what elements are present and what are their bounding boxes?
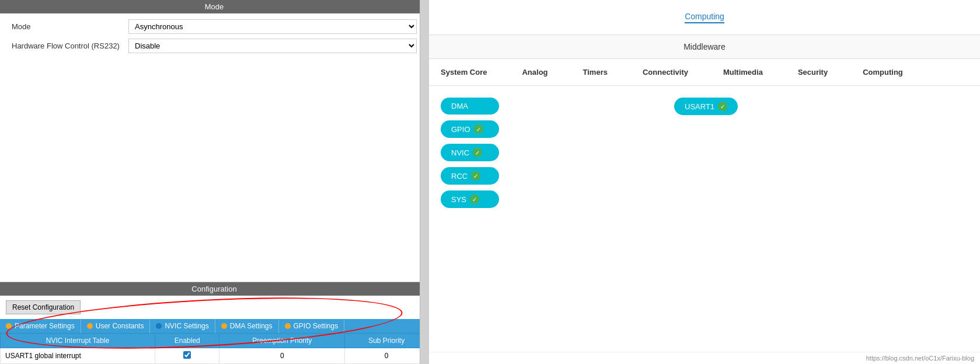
cat-computing[interactable]: Computing — [863, 68, 903, 77]
system-core-column: DMA GPIO ✓ NVIC ✓ RCC ✓ SYS ✓ — [441, 98, 499, 340]
gpio-check-icon: ✓ — [474, 124, 483, 134]
nvic-col-preemption: Preemption Priority — [219, 334, 345, 348]
flow-label: Hardware Flow Control (RS232) — [12, 41, 128, 50]
tab-label-nvic: NVIC Settings — [165, 322, 208, 330]
left-panel: Mode Mode Asynchronous Hardware Flow Con… — [0, 0, 429, 364]
nvic-col-enabled: Enabled — [155, 334, 219, 348]
tab-gpio-settings[interactable]: GPIO Settings — [279, 319, 345, 333]
cat-connectivity[interactable]: Connectivity — [643, 68, 688, 77]
nvic-enabled-checkbox[interactable] — [183, 351, 191, 359]
mode-section: Mode Asynchronous Hardware Flow Control … — [0, 13, 428, 64]
nvic-table: NVIC Interrupt Table Enabled Preemption … — [0, 333, 428, 364]
sys-label: SYS — [451, 195, 466, 204]
gpio-button[interactable]: GPIO ✓ — [441, 120, 499, 138]
mode-row: Mode Asynchronous — [12, 19, 417, 34]
nvic-col-name: NVIC Interrupt Table — [1, 334, 155, 348]
sys-check-icon: ✓ — [470, 195, 479, 204]
mode-select[interactable]: Asynchronous — [128, 19, 417, 34]
config-section: Configuration Reset Configuration Parame… — [0, 282, 428, 364]
nvic-button[interactable]: NVIC ✓ — [441, 144, 499, 161]
nvic-preemption-value: 0 — [219, 348, 345, 364]
scroll-bar[interactable] — [420, 0, 428, 364]
mode-header: Mode — [0, 0, 428, 13]
tab-label-user: User Constants — [96, 322, 144, 330]
config-header: Configuration — [0, 282, 428, 296]
peripherals-area: DMA GPIO ✓ NVIC ✓ RCC ✓ SYS ✓ — [429, 86, 980, 352]
sys-button[interactable]: SYS ✓ — [441, 190, 499, 208]
tab-label-gpio: GPIO Settings — [294, 322, 339, 330]
rcc-button[interactable]: RCC ✓ — [441, 167, 499, 185]
usart1-label: USART1 — [685, 102, 714, 111]
tab-label-dma: DMA Settings — [230, 322, 273, 330]
usart1-button[interactable]: USART1 ✓ — [674, 98, 738, 115]
dma-label: DMA — [451, 102, 468, 110]
tab-user-constants[interactable]: User Constants — [81, 319, 151, 333]
tab-dma-settings[interactable]: DMA Settings — [215, 319, 279, 333]
usart1-check-icon: ✓ — [718, 102, 727, 111]
tab-dot-dma — [221, 323, 227, 329]
mode-label: Mode — [12, 22, 128, 31]
nvic-label: NVIC — [451, 148, 469, 157]
dma-button[interactable]: DMA — [441, 98, 499, 115]
nvic-check-icon: ✓ — [473, 148, 482, 157]
nvic-col-sub: Sub Priority — [345, 334, 428, 348]
categories-row: System Core Analog Timers Connectivity M… — [429, 59, 980, 86]
timers-column — [592, 98, 627, 340]
rcc-check-icon: ✓ — [471, 171, 480, 181]
middleware-bar: Middleware — [429, 35, 980, 59]
spacer — [0, 64, 428, 282]
connectivity-column: USART1 ✓ — [674, 98, 738, 340]
cat-analog[interactable]: Analog — [522, 68, 547, 77]
bottom-url: https://blog.csdn.net/oC1x/Farixu-blog — [429, 352, 980, 364]
tab-label-parameter: Parameter Settings — [15, 322, 75, 330]
tab-dot-gpio — [285, 323, 291, 329]
tab-dot-user — [87, 323, 93, 329]
tab-nvic-settings[interactable]: NVIC Settings — [150, 319, 215, 333]
analog-column — [522, 98, 569, 340]
tab-dot-nvic — [156, 323, 162, 329]
table-row: USART1 global interrupt 0 0 — [1, 348, 428, 364]
nvic-enabled-cell[interactable] — [155, 348, 219, 364]
rcc-label: RCC — [451, 172, 468, 181]
computing-link[interactable]: Computing — [685, 12, 724, 23]
nvic-interrupt-name: USART1 global interrupt — [1, 348, 155, 364]
tabs-row: Parameter Settings User Constants NVIC S… — [0, 319, 428, 333]
gpio-label: GPIO — [451, 125, 470, 134]
cat-timers[interactable]: Timers — [583, 68, 608, 77]
tab-dot-parameter — [6, 323, 12, 329]
cat-multimedia[interactable]: Multimedia — [723, 68, 763, 77]
right-top-bar: Computing — [429, 0, 980, 35]
reset-config-button[interactable]: Reset Configuration — [6, 300, 81, 314]
middleware-label: Middleware — [683, 42, 726, 51]
cat-security[interactable]: Security — [798, 68, 828, 77]
nvic-sub-value: 0 — [345, 348, 428, 364]
right-panel: Computing Middleware System Core Analog … — [429, 0, 980, 364]
flow-row: Hardware Flow Control (RS232) Disable — [12, 39, 417, 53]
cat-system-core[interactable]: System Core — [441, 68, 487, 77]
flow-select[interactable]: Disable — [128, 39, 417, 53]
tab-parameter-settings[interactable]: Parameter Settings — [0, 319, 81, 333]
